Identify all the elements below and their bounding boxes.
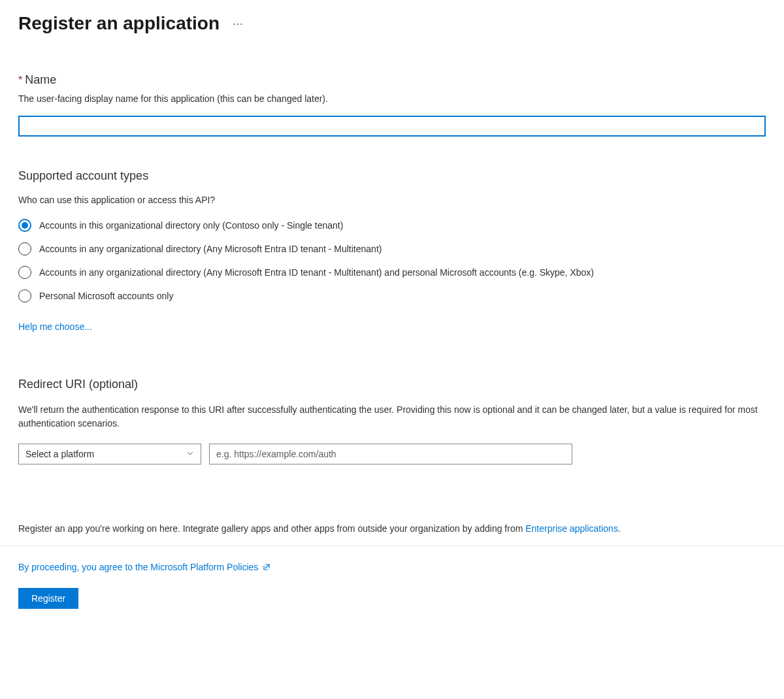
required-star-icon: * — [18, 74, 22, 86]
account-types-question: Who can use this application or access t… — [18, 195, 766, 205]
radio-label: Personal Microsoft accounts only — [39, 289, 173, 303]
redirect-uri-input[interactable] — [209, 444, 572, 464]
integrate-text: Register an app you're working on here. … — [18, 523, 766, 534]
enterprise-applications-link[interactable]: Enterprise applications — [525, 523, 618, 534]
chevron-down-icon — [186, 449, 194, 459]
integrate-prefix: Register an app you're working on here. … — [18, 523, 525, 534]
radio-circle-icon — [18, 219, 31, 232]
radio-label: Accounts in this organizational director… — [39, 218, 343, 233]
platform-policies-link[interactable]: By proceeding, you agree to the Microsof… — [18, 562, 258, 572]
name-field-description: The user-facing display name for this ap… — [18, 93, 766, 104]
name-input[interactable] — [18, 116, 766, 137]
radio-circle-icon — [18, 289, 31, 302]
divider — [0, 545, 784, 546]
external-link-icon — [262, 562, 271, 572]
redirect-uri-heading: Redirect URI (optional) — [18, 378, 766, 391]
radio-option-personal-only[interactable]: Personal Microsoft accounts only — [18, 289, 766, 303]
redirect-uri-description: We'll return the authentication response… — [18, 403, 763, 431]
platform-select[interactable]: Select a platform — [18, 444, 201, 464]
radio-circle-icon — [18, 266, 31, 279]
radio-option-multitenant-personal[interactable]: Accounts in any organizational directory… — [18, 265, 766, 280]
radio-circle-icon — [18, 242, 31, 255]
radio-dot-icon — [22, 222, 28, 229]
radio-option-multitenant[interactable]: Accounts in any organizational directory… — [18, 242, 766, 256]
platform-select-value: Select a platform — [25, 449, 94, 459]
radio-label: Accounts in any organizational directory… — [39, 265, 594, 280]
radio-option-single-tenant[interactable]: Accounts in this organizational director… — [18, 218, 766, 233]
register-button[interactable]: Register — [18, 588, 78, 609]
name-field-label: Name — [25, 73, 56, 87]
integrate-suffix: . — [618, 523, 621, 534]
account-types-radio-group: Accounts in this organizational director… — [18, 218, 766, 303]
help-me-choose-link[interactable]: Help me choose... — [18, 321, 92, 332]
radio-label: Accounts in any organizational directory… — [39, 242, 382, 256]
page-title: Register an application — [18, 13, 220, 34]
account-types-heading: Supported account types — [18, 169, 766, 183]
more-icon[interactable]: ⋯ — [233, 18, 244, 30]
